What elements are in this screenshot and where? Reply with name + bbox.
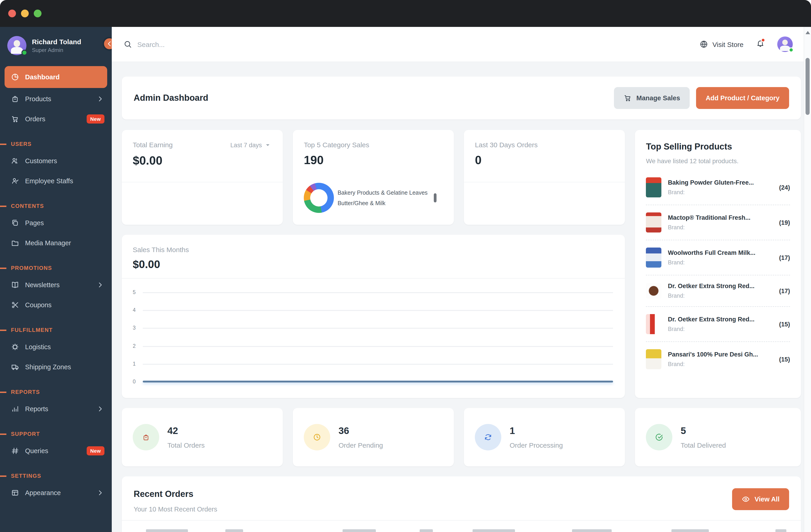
order-processing-value: 1 [509, 425, 563, 436]
avatar [7, 36, 27, 55]
book-open-icon [11, 281, 19, 289]
product-image [646, 177, 662, 198]
recent-orders-title: Recent Orders [134, 489, 789, 499]
sidebar-section-contents: CONTENTS [0, 203, 112, 209]
sidebar-item-appearance[interactable]: Appearance [0, 483, 112, 503]
sidebar-item-newsletters[interactable]: Newsletters [0, 275, 112, 295]
last30-label: Last 30 Days Orders [475, 141, 538, 148]
users-icon [11, 157, 19, 165]
top-selling-title: Top Selling Products [646, 142, 790, 152]
notifications-button[interactable] [756, 39, 764, 49]
date-range-select[interactable]: Last 7 days [230, 141, 272, 149]
online-status-dot [789, 47, 794, 52]
chevron-right-icon [96, 95, 105, 103]
sidebar-section-support: SUPPORT [0, 431, 112, 437]
product-image [646, 349, 662, 369]
sidebar-item-shipping-zones[interactable]: Shipping Zones [0, 357, 112, 377]
sidebar-item-pages[interactable]: Pages [0, 213, 112, 233]
product-count: (15) [779, 321, 790, 328]
topbar-avatar[interactable] [777, 36, 793, 52]
donut-legend: Bakery Products & Gelatine Leaves Butter… [338, 189, 428, 206]
product-brand: Brand: [668, 326, 755, 332]
search-icon [124, 40, 132, 48]
new-badge: New [87, 446, 105, 455]
product-brand: Brand: [668, 361, 758, 367]
sidebar-item-orders[interactable]: Orders New [0, 109, 112, 129]
list-item[interactable]: Dr. Oetker Extra Strong Red... Brand: (1… [646, 307, 790, 342]
hash-icon [11, 447, 19, 455]
sidebar-item-media-manager[interactable]: Media Manager [0, 233, 112, 253]
visit-store-link[interactable]: Visit Store [700, 40, 744, 48]
legend-item: Bakery Products & Gelatine Leaves [338, 189, 428, 196]
add-product-category-button[interactable]: Add Product / Category [696, 87, 789, 109]
top5-label: Top 5 Category Sales [304, 141, 369, 148]
sales-series-line [143, 381, 613, 382]
cart-icon [624, 94, 632, 102]
product-image [646, 213, 662, 233]
page-header-card: Admin Dashboard Manage Sales Add Product… [122, 77, 801, 120]
list-item[interactable]: Baking Powder Gluten-Free... Brand: (24) [646, 170, 790, 205]
chevron-right-icon [96, 281, 105, 289]
product-brand: Brand: [668, 224, 751, 231]
close-window-button[interactable] [8, 10, 16, 17]
manage-sales-button[interactable]: Manage Sales [614, 87, 690, 109]
eye-icon [742, 495, 750, 503]
sidebar-section-fulfillment: FULFILLMENT [0, 327, 112, 333]
list-item[interactable]: Pansari's 100% Pure Desi Gh... Brand: (1… [646, 342, 790, 377]
sidebar-item-customers[interactable]: Customers [0, 151, 112, 171]
sidebar-item-dashboard[interactable]: Dashboard [4, 66, 107, 88]
zoom-window-button[interactable] [34, 10, 42, 17]
list-item[interactable]: Woolworths Full Cream Milk... Brand: (17… [646, 240, 790, 275]
view-all-button[interactable]: View All [732, 488, 789, 510]
product-brand: Brand: [668, 189, 754, 195]
sidebar-section-promotions: PROMOTIONS [0, 265, 112, 271]
last30-orders-card: Last 30 Days Orders 0 [464, 130, 625, 225]
scroll-up-icon[interactable] [805, 31, 810, 34]
pie-chart-icon [11, 73, 19, 81]
minimize-window-button[interactable] [21, 10, 29, 17]
top5-value: 190 [304, 153, 443, 167]
table-header-clipped [134, 529, 789, 532]
macos-titlebar [0, 0, 811, 27]
total-delivered-value: 5 [681, 425, 726, 436]
app-window: Richard Toland Super Admin Dashboard Pro… [0, 0, 811, 532]
sidebar-section-users: USERS [0, 141, 112, 147]
sidebar-item-reports[interactable]: Reports [0, 399, 112, 419]
page-title: Admin Dashboard [134, 93, 208, 103]
sidebar-item-coupons[interactable]: Coupons [0, 295, 112, 315]
total-orders-card: 42 Total Orders [122, 408, 283, 466]
list-item[interactable]: Dr. Oetker Extra Strong Red... Brand: (1… [646, 275, 790, 307]
order-pending-value: 36 [338, 425, 383, 436]
sync-icon [475, 424, 501, 450]
y-tick: 4 [133, 307, 136, 313]
window-scrollbar[interactable] [804, 27, 811, 532]
bar-chart-icon [11, 405, 19, 413]
product-count: (17) [779, 287, 790, 294]
total-orders-label: Total Orders [167, 441, 204, 449]
list-item[interactable]: Mactop® Traditional Fresh... Brand: (19) [646, 205, 790, 240]
sidebar-profile[interactable]: Richard Toland Super Admin [0, 27, 112, 62]
sidebar-item-products[interactable]: Products [0, 89, 112, 109]
sidebar-item-label: Logistics [25, 343, 51, 350]
order-pending-card: 36 Order Pending [293, 408, 454, 466]
sidebar-item-employee-staffs[interactable]: Employee Staffs [0, 171, 112, 191]
search-input[interactable] [137, 40, 283, 48]
sidebar-item-queries[interactable]: Queries New [0, 441, 112, 461]
order-processing-card: 1 Order Processing [464, 408, 625, 466]
total-earning-value: $0.00 [133, 154, 272, 168]
product-count: (19) [779, 219, 790, 226]
sales-chart-label: Sales This Months [133, 246, 614, 253]
top-selling-subtitle: We have listed 12 total products. [646, 157, 790, 165]
add-product-label: Add Product / Category [706, 94, 780, 101]
sidebar-item-label: Pages [25, 219, 44, 226]
scrollbar-thumb[interactable] [806, 58, 810, 115]
legend-scrollbar-thumb[interactable] [434, 193, 437, 202]
last30-value: 0 [475, 153, 614, 167]
notification-dot [761, 38, 765, 42]
product-name: Pansari's 100% Pure Desi Gh... [668, 351, 758, 358]
folder-icon [11, 239, 19, 247]
scissors-icon [11, 301, 19, 309]
sidebar-collapse-button[interactable] [104, 38, 112, 49]
sidebar-item-logistics[interactable]: Logistics [0, 337, 112, 357]
user-role: Super Admin [32, 47, 81, 53]
